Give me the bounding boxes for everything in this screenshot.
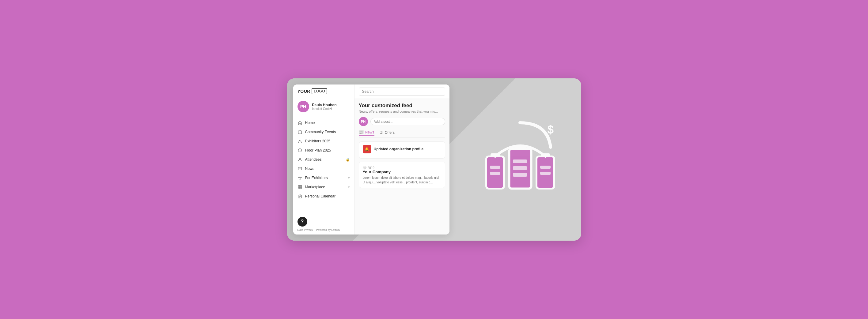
logo-your: YOUR xyxy=(298,89,310,94)
home-icon xyxy=(298,120,302,125)
sidebar-item-label-attendees: Attendees xyxy=(305,157,350,162)
sidebar-item-marketplace[interactable]: Marketplace ▾ xyxy=(293,183,354,192)
sidebar-item-label-personal-calendar: Personal Calendar xyxy=(305,194,350,198)
sidebar-item-label-home: Home xyxy=(305,121,350,125)
app-card: YOUR LOGO PH Paula Houben Innoloft GmbH xyxy=(293,85,450,234)
sidebar-item-label-news: News xyxy=(305,166,350,171)
post-title: Updated organization profile xyxy=(374,147,424,151)
exhibitors-icon xyxy=(298,139,302,143)
marketplace-icon xyxy=(298,185,302,190)
tab-offers-label: Offers xyxy=(385,130,395,135)
chevron-down-icon-marketplace: ▾ xyxy=(348,185,350,189)
sidebar-item-label-marketplace: Marketplace xyxy=(305,185,345,189)
sidebar: YOUR LOGO PH Paula Houben Innoloft GmbH xyxy=(293,85,354,234)
logo-section: YOUR LOGO xyxy=(293,85,354,97)
post-card-company: 🤍 2019 Your Company Lorem ipsum dolor si… xyxy=(359,162,445,188)
svg-point-18 xyxy=(299,158,301,160)
sidebar-item-label-exhibitors: Exhibitors 2025 xyxy=(305,139,350,143)
sidebar-item-label-community-events: Community Events xyxy=(305,130,350,134)
feed-subtitle: News, offers, requests and companies tha… xyxy=(359,109,445,113)
news-icon xyxy=(298,166,302,171)
search-bar xyxy=(354,85,450,99)
svg-rect-24 xyxy=(298,187,300,189)
post-card-org-update: 🔔 Updated organization profile xyxy=(359,141,445,159)
feed-tabs: 📰 News 🗓 Offers xyxy=(359,130,445,138)
sidebar-item-news[interactable]: News xyxy=(293,164,354,173)
powered-by-label: Powered by LoftOS xyxy=(316,228,340,231)
post-org-icon: 🔔 xyxy=(363,145,371,153)
sidebar-item-label-floor-plan: Floor Plan 2025 xyxy=(305,148,350,153)
svg-rect-25 xyxy=(300,187,302,189)
svg-rect-19 xyxy=(298,167,302,170)
tab-news-label: News xyxy=(365,130,374,134)
offers-tab-icon: 🗓 xyxy=(379,130,383,135)
post-avatar: PH xyxy=(359,117,368,126)
user-section: PH Paula Houben Innoloft GmbH xyxy=(293,97,354,116)
search-input[interactable] xyxy=(359,88,445,96)
feed-section: Your customized feed News, offers, reque… xyxy=(354,99,450,234)
for-exhibitors-icon xyxy=(298,176,302,180)
post-body: Lorem ipsum dolor sit labore et dolore m… xyxy=(363,176,441,185)
sidebar-item-exhibitors-2025[interactable]: Exhibitors 2025 xyxy=(293,136,354,146)
decorative-icon: $ xyxy=(477,117,563,202)
logo-logo: LOGO xyxy=(312,88,327,94)
user-name: Paula Houben xyxy=(312,103,337,107)
sidebar-item-for-exhibitors[interactable]: For Exhibitors ▾ xyxy=(293,173,354,183)
tab-offers[interactable]: 🗓 Offers xyxy=(379,130,395,136)
attendees-icon xyxy=(298,157,302,162)
heart-icon: 🤍 xyxy=(363,166,367,169)
company-name: Your Company xyxy=(363,169,441,174)
sidebar-item-community-events[interactable]: Community Events xyxy=(293,127,354,136)
svg-rect-9 xyxy=(513,173,527,177)
community-events-icon xyxy=(298,129,302,134)
user-company: Innoloft GmbH xyxy=(312,107,337,110)
sidebar-item-label-for-exhibitors: For Exhibitors xyxy=(305,176,345,180)
sidebar-item-floor-plan[interactable]: Floor Plan 2025 xyxy=(293,146,354,155)
svg-rect-8 xyxy=(513,166,527,170)
sidebar-item-attendees[interactable]: Attendees 🔒 xyxy=(293,155,354,164)
main-card: $ YOUR LOGO xyxy=(287,78,581,241)
post-year-badge: 🤍 2019 xyxy=(363,166,441,169)
news-tab-icon: 📰 xyxy=(359,130,364,134)
sidebar-item-personal-calendar[interactable]: Personal Calendar xyxy=(293,192,354,201)
personal-calendar-icon xyxy=(298,194,302,199)
svg-rect-14 xyxy=(298,131,302,134)
svg-rect-22 xyxy=(298,186,300,187)
sidebar-item-home[interactable]: Home xyxy=(293,118,354,127)
help-button[interactable]: ? xyxy=(298,217,307,227)
svg-rect-12 xyxy=(540,166,551,169)
user-info: Paula Houben Innoloft GmbH xyxy=(312,103,337,110)
avatar: PH xyxy=(298,101,309,113)
svg-rect-7 xyxy=(513,160,527,163)
floor-plan-icon xyxy=(298,148,302,153)
svg-rect-3 xyxy=(490,166,500,169)
post-input[interactable] xyxy=(370,118,445,125)
svg-text:$: $ xyxy=(548,123,554,136)
lock-icon: 🔒 xyxy=(346,158,350,162)
tab-news[interactable]: 📰 News xyxy=(359,130,374,136)
feed-title: Your customized feed xyxy=(359,102,445,109)
main-content: Your customized feed News, offers, reque… xyxy=(354,85,450,234)
post-input-row: PH xyxy=(359,117,445,126)
chevron-down-icon: ▾ xyxy=(348,176,350,180)
data-privacy-link[interactable]: Data Privacy xyxy=(298,228,313,231)
svg-rect-23 xyxy=(300,186,302,187)
sidebar-footer: ? Data Privacy Powered by LoftOS xyxy=(293,214,354,234)
post-header: 🔔 Updated organization profile xyxy=(363,145,441,153)
svg-rect-4 xyxy=(490,172,500,175)
svg-rect-13 xyxy=(540,172,551,175)
nav-list: Home Community Events Exhibitors 2025 xyxy=(293,116,354,214)
post-year: 2019 xyxy=(368,166,374,169)
